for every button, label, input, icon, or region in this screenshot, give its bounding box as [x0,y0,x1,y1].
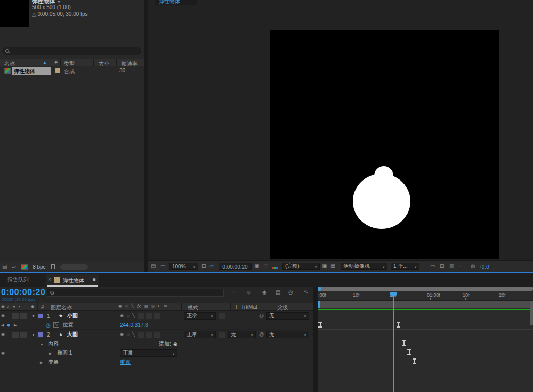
new-folder-icon[interactable]: ▱ [12,264,16,270]
view-layout-icon[interactable]: ▭ [430,264,435,269]
trash-icon[interactable] [51,264,55,270]
exposure-value[interactable]: +0.0 [479,264,489,270]
next-keyframe-icon[interactable]: ▶ [14,323,17,327]
show-channels-icon[interactable] [272,265,277,271]
av-quality-icon[interactable]: ╲ [132,332,135,337]
lock-cell[interactable] [20,313,27,319]
switch-cell[interactable] [138,313,144,319]
av-quality-icon[interactable]: ╲ [132,314,135,318]
expand-triangle-icon[interactable]: ▼ [31,314,35,318]
parent-dropdown[interactable]: 无 ∨ [266,331,309,338]
column-mode[interactable]: 模式 [188,304,198,312]
group-row-ellipse[interactable]: ◉ ▶ 椭圆 1 正常 ∨ [0,349,313,357]
tab-render-queue[interactable]: 渲染队列 [7,276,29,284]
magnification-dropdown[interactable]: 100% ∨ [169,263,198,270]
time-ruler[interactable]: :00f 10f 20f 01:00f 10f 20f [318,291,533,301]
timeline-navigator-scrollbar[interactable] [318,287,533,291]
view-count-dropdown[interactable]: 1 个... ∨ [391,263,419,270]
composition-tab[interactable]: 弹性物体 [155,0,197,5]
switch-cell[interactable] [146,332,152,338]
position-value[interactable]: 244.0,317.6 [120,322,148,328]
interpret-footage-icon[interactable]: ▤ [2,264,7,270]
solo-cell[interactable] [12,313,19,319]
graph-include-icon[interactable]: ∿ [53,322,59,328]
work-area-bar[interactable] [318,301,533,308]
show-snapshot-icon[interactable]: ◫ [263,264,268,269]
keyframe-marker[interactable] [397,322,400,328]
sort-asc-icon[interactable]: ▲ [43,60,47,65]
column-parent[interactable]: 父级 [277,304,288,312]
solo-cell[interactable] [12,332,19,338]
layer-name[interactable]: 大圆 [67,331,78,338]
composition-viewport[interactable] [270,30,499,259]
vertical-scrollbar[interactable] [530,301,533,325]
group-name[interactable]: 内容 [48,340,59,348]
eye-icon[interactable]: ◉ [1,351,5,355]
expand-triangle-icon[interactable]: ▼ [40,342,44,346]
blend-mode-dropdown[interactable]: 正常 ∨ [184,331,216,338]
graph-editor-icon[interactable]: ∿ [303,289,309,295]
eye-icon[interactable]: ◉ [1,314,5,318]
work-area-start-handle[interactable] [318,301,320,308]
reset-link[interactable]: 重置 [120,358,131,366]
flowchart-icon[interactable]: ∴ [132,68,135,73]
stopwatch-icon[interactable]: ◷ [46,322,51,328]
av-shy-icon[interactable]: ◉ [120,332,124,337]
snapshot-camera-icon[interactable]: ▣ [254,264,259,269]
new-composition-icon[interactable] [21,264,28,270]
expand-triangle-icon[interactable]: ▶ [40,361,43,364]
pixel-aspect-correction-icon[interactable]: ⊞ [440,264,444,269]
group-name[interactable]: 变换 [48,358,59,366]
property-name[interactable]: 位置 [63,321,74,329]
layer-color-swatch[interactable] [37,332,43,338]
timeline-flowchart-icon[interactable]: ∴ [459,264,462,269]
monitor-icon[interactable]: ▭ [160,264,165,269]
shape-blend-mode-dropdown[interactable]: 正常 ∨ [120,349,177,357]
column-layer-name[interactable]: 图层名称 [51,304,72,312]
tab-composition[interactable]: × 弹性物体 ≡ [46,274,99,287]
panel-divider[interactable] [144,0,148,272]
draft-3d-icon[interactable]: ☼ [246,290,251,295]
composition-mini-flowchart-icon[interactable]: ∴ [231,290,235,295]
timeline-pane-divider[interactable] [313,287,318,392]
stacked-windows-icon[interactable]: ▤ [151,264,156,269]
add-label[interactable]: 添加: [159,340,171,348]
layer-color-swatch[interactable] [37,313,43,319]
project-search-input[interactable] [2,47,142,55]
pickwhip-icon[interactable]: @ [259,314,264,318]
project-item-row[interactable]: 弹性物体 合成 30 ∴ [0,67,144,75]
current-timecode[interactable]: 0:00:00:20 [1,288,45,297]
project-item-name[interactable]: 弹性物体 [12,67,51,75]
flowchart-pill[interactable] [60,264,88,270]
prev-keyframe-icon[interactable]: ◀ [1,323,4,327]
panel-menu-icon[interactable]: ≡ [93,277,96,282]
switch-cell[interactable] [138,332,144,338]
active-camera-dropdown[interactable]: 活动摄像机 ∨ [341,263,387,270]
column-t[interactable]: T [235,304,238,310]
switch-cell[interactable] [154,313,160,319]
mask-visibility-icon[interactable]: ▱ [209,264,214,269]
switch-cell[interactable] [146,313,152,319]
keyframe-marker[interactable] [407,349,411,355]
keyframe-diamond-icon[interactable]: ◆ [7,323,10,328]
av-shy-icon[interactable]: ◉ [120,314,124,318]
viewer-timecode[interactable]: 0:00:00:20 [219,263,252,270]
motion-blur-icon[interactable]: ◎ [288,290,293,295]
shape-group-name[interactable]: 椭圆 1 [57,349,72,357]
trkmat-dropdown[interactable]: 无 ∨ [228,331,256,338]
keyframe-marker[interactable] [318,322,322,328]
transparency-grid-icon[interactable]: ▦ [330,264,335,269]
group-row-contents[interactable]: ▼ 内容 添加: ◉ [0,340,313,348]
property-row-position[interactable]: ◀ ◆ ▶ ◷ ∿ 位置 244.0,317.6 [0,321,313,329]
trkmat-toggle-cell[interactable] [219,332,225,338]
keyframe-marker[interactable] [402,340,406,346]
column-trkmat[interactable]: TrkMat [241,304,257,310]
expand-triangle-icon[interactable]: ▶ [49,352,52,355]
parent-dropdown[interactable]: 无 ∨ [266,312,309,320]
hide-shy-layers-icon[interactable]: ◉ [262,290,267,295]
layer-row-1[interactable]: ◉ ▼ 1 ★ 小圆 ◉ ☼ ╲ 正常 ∨ @ 无 ∨ [0,312,313,320]
add-shape-icon[interactable]: ◉ [173,342,177,347]
pickwhip-icon[interactable]: @ [259,332,264,337]
group-row-transform[interactable]: ▶ 变换 重置 [0,358,313,366]
lock-cell[interactable] [20,332,27,338]
